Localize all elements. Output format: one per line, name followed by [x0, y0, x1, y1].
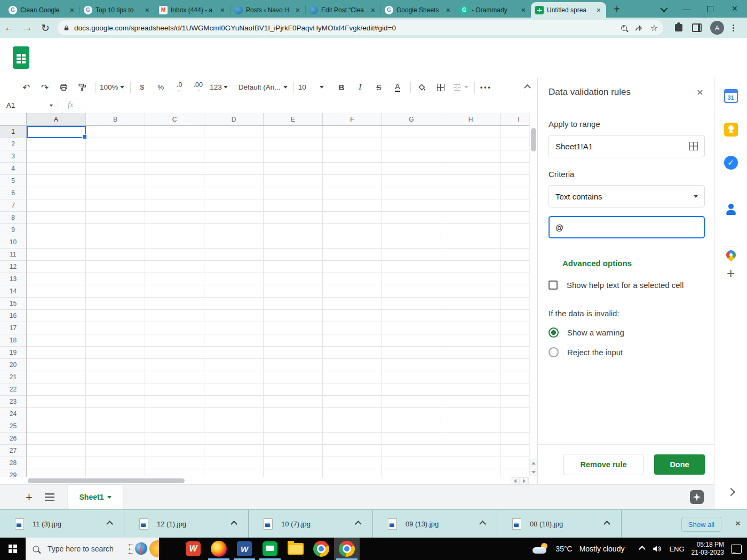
scroll-left-button[interactable]: [511, 477, 520, 484]
row-header-16[interactable]: 16: [0, 310, 26, 322]
formula-input[interactable]: [83, 97, 537, 113]
browser-tab[interactable]: Edit Post “Clea×: [305, 2, 380, 18]
vertical-scrollbar-thumb[interactable]: [531, 128, 536, 151]
borders-button[interactable]: [434, 81, 448, 94]
window-minimize-button[interactable]: —: [678, 0, 696, 18]
start-button[interactable]: [0, 538, 26, 560]
row-header-21[interactable]: 21: [0, 371, 26, 383]
row-header-22[interactable]: 22: [0, 383, 26, 396]
scroll-down-button[interactable]: [529, 468, 537, 476]
fill-color-button[interactable]: [415, 81, 429, 94]
remove-rule-button[interactable]: Remove rule: [563, 454, 643, 475]
font-select[interactable]: Default (Ari...: [239, 81, 288, 94]
row-header-19[interactable]: 19: [0, 347, 26, 359]
row-header-11[interactable]: 11: [0, 249, 26, 261]
download-chevron-icon[interactable]: [479, 521, 486, 527]
row-header-9[interactable]: 9: [0, 224, 26, 236]
increase-decimal-button[interactable]: .00→: [191, 81, 205, 94]
tasks-icon[interactable]: ✓: [724, 156, 738, 170]
hide-menus-chevron-icon[interactable]: [525, 83, 530, 92]
sheet-tab-sheet1[interactable]: Sheet1: [68, 485, 123, 509]
collapse-rail-chevron-icon[interactable]: [727, 488, 735, 497]
browser-tab[interactable]: G- Grammarly×: [456, 2, 531, 18]
tab-close-icon[interactable]: ×: [595, 6, 602, 14]
column-header-B[interactable]: B: [86, 113, 145, 125]
weather-temp[interactable]: 35°C: [555, 545, 572, 553]
download-item[interactable]: 09 (13).jpg: [373, 510, 497, 538]
window-restore-button[interactable]: [701, 0, 719, 18]
hidden-icons-chevron[interactable]: [639, 546, 646, 553]
taskbar-app-firefox[interactable]: [206, 538, 232, 560]
window-close-button[interactable]: ×: [726, 0, 744, 18]
browser-menu-icon[interactable]: [733, 25, 734, 31]
done-button[interactable]: Done: [654, 454, 705, 475]
weather-icon[interactable]: [533, 544, 549, 554]
row-header-15[interactable]: 15: [0, 298, 26, 310]
download-chevron-icon[interactable]: [231, 521, 237, 527]
column-header-G[interactable]: G: [382, 113, 441, 125]
advanced-options-link[interactable]: Advanced options: [562, 259, 705, 268]
column-header-F[interactable]: F: [323, 113, 382, 125]
sparkle-button[interactable]: [690, 490, 704, 504]
number-format-button[interactable]: 123: [210, 81, 228, 94]
horizontal-scrollbar[interactable]: [0, 477, 537, 484]
format-currency-button[interactable]: $: [135, 81, 149, 94]
browser-tab[interactable]: GTop 10 tips to×: [80, 2, 155, 18]
row-header-3[interactable]: 3: [0, 150, 26, 163]
download-item[interactable]: 10 (7).jpg: [249, 510, 373, 538]
taskbar-app-chat[interactable]: [257, 538, 283, 560]
column-header-D[interactable]: D: [204, 113, 264, 125]
browser-tab[interactable]: GClean Google×: [4, 2, 80, 18]
row-header-14[interactable]: 14: [0, 285, 26, 298]
forward-button[interactable]: →: [18, 22, 36, 34]
tab-close-icon[interactable]: ×: [144, 6, 150, 14]
maps-icon[interactable]: [724, 250, 738, 263]
browser-profile-avatar[interactable]: A: [710, 21, 724, 35]
column-header-E[interactable]: E: [264, 113, 323, 125]
tab-search-chevron-icon[interactable]: [655, 0, 671, 18]
taskbar-app-explorer[interactable]: [283, 538, 308, 560]
row-header-8[interactable]: 8: [0, 212, 26, 224]
new-tab-button[interactable]: +: [610, 2, 624, 16]
back-button[interactable]: ←: [0, 22, 18, 34]
taskbar-app-word[interactable]: W: [232, 538, 257, 560]
browser-tab[interactable]: Untitled sprea×: [531, 2, 606, 18]
taskbar-search-box[interactable]: Type here to search ←←←: [26, 538, 159, 560]
notification-center-icon[interactable]: [731, 545, 742, 554]
column-header-H[interactable]: H: [441, 113, 500, 125]
tab-close-icon[interactable]: ×: [445, 6, 451, 14]
download-item[interactable]: 08 (18).jpg: [497, 510, 622, 538]
horizontal-scrollbar-thumb[interactable]: [28, 478, 185, 483]
fill-handle[interactable]: [82, 134, 87, 139]
row-header-10[interactable]: 10: [0, 236, 26, 249]
text-color-button[interactable]: A: [391, 81, 404, 94]
scroll-right-button[interactable]: [520, 477, 529, 484]
zoom-select[interactable]: 100%: [100, 81, 124, 94]
download-chevron-icon[interactable]: [106, 521, 113, 527]
redo-button[interactable]: ↷: [38, 81, 52, 94]
zoom-icon[interactable]: [621, 25, 627, 31]
contacts-icon[interactable]: [724, 203, 738, 217]
row-header-2[interactable]: 2: [0, 138, 26, 150]
row-header-28[interactable]: 28: [0, 457, 26, 469]
extensions-icon[interactable]: [675, 24, 682, 31]
tab-close-icon[interactable]: ×: [69, 6, 75, 14]
bold-button[interactable]: B: [335, 81, 348, 94]
download-item[interactable]: 11 (3).jpg: [0, 510, 124, 538]
language-indicator[interactable]: ENG: [669, 545, 684, 553]
row-header-29[interactable]: 29: [0, 469, 26, 477]
row-header-24[interactable]: 24: [0, 408, 26, 420]
clock[interactable]: 05:18 PM 21-03-2023: [692, 541, 724, 557]
row-header-27[interactable]: 27: [0, 445, 26, 457]
row-header-18[interactable]: 18: [0, 334, 26, 347]
strikethrough-button[interactable]: S: [372, 81, 386, 94]
show-warning-radio[interactable]: [549, 327, 559, 338]
row-header-5[interactable]: 5: [0, 175, 26, 187]
tab-close-icon[interactable]: ×: [219, 6, 226, 14]
calendar-icon[interactable]: 31: [724, 89, 738, 103]
range-input[interactable]: Sheet1!A1: [549, 135, 705, 157]
select-all-corner[interactable]: [0, 113, 27, 125]
criteria-value-input[interactable]: @: [549, 216, 705, 238]
add-sheet-button[interactable]: +: [26, 491, 33, 505]
row-header-25[interactable]: 25: [0, 420, 26, 433]
